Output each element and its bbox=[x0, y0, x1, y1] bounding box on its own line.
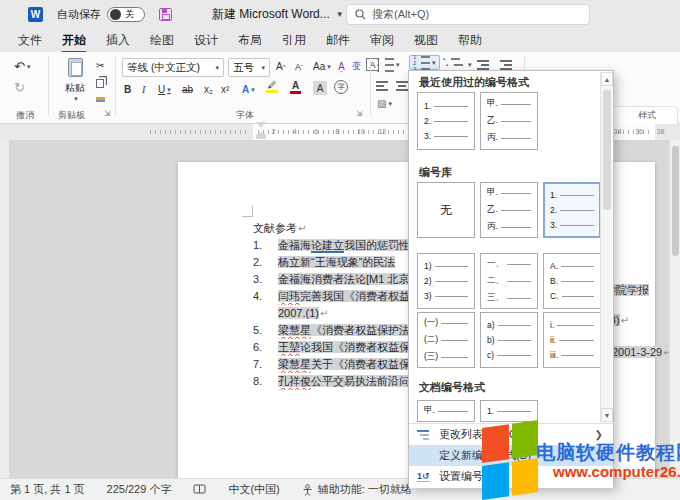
tab-设计[interactable]: 设计 bbox=[184, 29, 228, 52]
word-app-icon[interactable]: W bbox=[28, 7, 43, 22]
tab-帮助[interactable]: 帮助 bbox=[448, 29, 492, 52]
list-level-icon bbox=[417, 430, 433, 440]
subscript-button[interactable]: x₂ bbox=[204, 82, 213, 97]
numbering-option[interactable]: 1.2.3. bbox=[543, 182, 600, 238]
document-text-fragment[interactable]: 2001-3-29↵ bbox=[612, 346, 672, 358]
tab-布局[interactable]: 布局 bbox=[228, 29, 272, 52]
italic-button[interactable]: I bbox=[142, 82, 145, 97]
numbering-option[interactable]: 一、二、三、 bbox=[480, 253, 538, 309]
undo-group-label: 撤消 bbox=[16, 109, 34, 122]
scrollbar-thumb[interactable] bbox=[672, 146, 679, 256]
list-number: 5. bbox=[253, 322, 278, 339]
menu-set-value-icon[interactable]: 1↺设置编号值(V) bbox=[409, 466, 613, 487]
panel-scrollbar-thumb[interactable] bbox=[603, 90, 611, 210]
ruler-number: 12 bbox=[378, 128, 386, 135]
vertical-ruler[interactable] bbox=[0, 140, 10, 478]
align-left-button[interactable] bbox=[376, 78, 388, 93]
list-number: 2. bbox=[253, 254, 278, 271]
autosave-toggle[interactable]: 关 bbox=[107, 7, 145, 22]
font-color-button[interactable]: A bbox=[290, 80, 301, 95]
format-painter-button[interactable] bbox=[96, 94, 105, 109]
menu-list-level-icon[interactable]: 更改列表级别(C)❯ bbox=[409, 424, 613, 445]
numbering-option[interactable]: A.B.C. bbox=[543, 253, 600, 309]
word-count[interactable]: 225/229 个字 bbox=[107, 482, 172, 497]
underline-button[interactable]: U▾ bbox=[158, 82, 171, 97]
recent-formats-header: 最近使用过的编号格式 bbox=[419, 75, 529, 90]
numbering-option[interactable]: 1.2.3. bbox=[417, 92, 475, 150]
text-segment: 杨立新“王海现象”的民法 bbox=[278, 256, 395, 268]
panel-scrollbar[interactable]: ▲ ▼ bbox=[600, 72, 612, 422]
highlight-color-button[interactable]: 🖉 bbox=[266, 80, 278, 95]
chevron-down-icon[interactable]: ▼ bbox=[336, 10, 344, 19]
undo-button[interactable]: ↶▾ bbox=[14, 59, 30, 74]
change-case-button[interactable]: Aa▾ bbox=[313, 59, 331, 74]
tab-文件[interactable]: 文件 bbox=[8, 29, 52, 52]
tab-引用[interactable]: 引用 bbox=[272, 29, 316, 52]
character-scale-button[interactable]: 变 bbox=[352, 59, 361, 74]
menu-item-label: 设置编号值(V) bbox=[439, 469, 509, 484]
paste-label: 粘贴 bbox=[65, 81, 85, 95]
submenu-chevron-icon: ❯ bbox=[595, 429, 603, 440]
enclose-characters-button[interactable]: 字 bbox=[334, 80, 348, 94]
tab-开始[interactable]: 开始 bbox=[52, 29, 96, 52]
numbering-option[interactable]: 1. bbox=[480, 400, 538, 422]
text-effects-button[interactable]: A▾ bbox=[242, 82, 255, 97]
numbering-button[interactable]: 123▾ bbox=[409, 55, 440, 70]
cut-button[interactable]: ✂ bbox=[96, 58, 104, 73]
text-segment: 金福海 bbox=[278, 239, 311, 251]
ruler-number: 10 bbox=[357, 128, 365, 135]
search-input[interactable]: 搜索(Alt+Q) bbox=[346, 4, 590, 25]
text-segment: 论我国《消费者权益保 bbox=[300, 341, 410, 353]
ruler-number: 6 bbox=[314, 128, 318, 135]
accessibility-status[interactable]: 辅助功能: 一切就绪 bbox=[318, 482, 412, 497]
document-scrollbar[interactable] bbox=[669, 140, 680, 478]
first-line-indent-marker[interactable] bbox=[256, 122, 266, 133]
bold-button[interactable]: B bbox=[124, 82, 131, 97]
copy-button[interactable] bbox=[96, 76, 104, 91]
ruler-number: 34 bbox=[614, 128, 622, 135]
font-dialog-launcher[interactable]: ⇲ bbox=[356, 109, 363, 118]
document-title[interactable]: 新建 Microsoft Word... bbox=[212, 6, 330, 23]
text-segment: 完善我国《消费者权益 bbox=[300, 290, 410, 302]
group-divider bbox=[370, 56, 371, 116]
shrink-font-button[interactable]: Aˇ bbox=[295, 59, 303, 74]
strikethrough-button[interactable]: ab bbox=[182, 82, 193, 97]
character-shading-button[interactable]: A bbox=[313, 81, 327, 95]
numbering-option[interactable]: 甲.乙.丙. bbox=[480, 92, 538, 150]
numbering-option[interactable]: i.ii.iii. bbox=[543, 312, 600, 368]
numbering-option-none[interactable]: 无 bbox=[417, 182, 475, 238]
page-indicator[interactable]: 第 1 页, 共 1 页 bbox=[10, 482, 85, 497]
menu-item-label: 定义新编号格式(D) bbox=[439, 448, 531, 463]
redo-button[interactable]: ↻ bbox=[14, 80, 25, 95]
superscript-button[interactable]: x² bbox=[221, 82, 229, 97]
document-formats-header: 文档编号格式 bbox=[419, 380, 485, 395]
language-indicator[interactable]: 中文(中国) bbox=[228, 482, 279, 497]
grow-font-button[interactable]: A^ bbox=[276, 59, 286, 74]
tab-审阅[interactable]: 审阅 bbox=[360, 29, 404, 52]
tab-绘图[interactable]: 绘图 bbox=[140, 29, 184, 52]
bullets-button[interactable]: •••▾ bbox=[377, 57, 400, 72]
paste-button[interactable]: 粘贴 ▾ bbox=[58, 58, 92, 110]
proofing-icon[interactable] bbox=[193, 484, 206, 495]
tab-视图[interactable]: 视图 bbox=[404, 29, 448, 52]
scroll-up-icon[interactable]: ▲ bbox=[601, 72, 613, 86]
align-center-button[interactable] bbox=[396, 78, 408, 93]
tab-邮件[interactable]: 邮件 bbox=[316, 29, 360, 52]
menu-item[interactable]: 定义新编号格式(D) bbox=[409, 445, 613, 466]
scroll-down-icon[interactable]: ▼ bbox=[601, 408, 613, 422]
list-number: 6. bbox=[253, 339, 278, 356]
text-segment: 公平交易执法前沿问 bbox=[311, 375, 410, 387]
font-size-select[interactable]: 五号▾ bbox=[228, 58, 270, 77]
clipboard-dialog-launcher[interactable]: ⇲ bbox=[104, 109, 111, 118]
ruler-number: 2 bbox=[271, 128, 275, 135]
numbering-option[interactable]: 甲. bbox=[417, 400, 475, 422]
save-icon[interactable] bbox=[159, 8, 172, 21]
numbering-option[interactable]: (一)(二)(三) bbox=[417, 312, 475, 368]
numbering-option[interactable]: 1)2)3) bbox=[417, 253, 475, 309]
shading-button[interactable]: ▨▾ bbox=[377, 96, 392, 111]
numbering-option[interactable]: a)b)c) bbox=[480, 312, 538, 368]
phonetic-guide-button[interactable]: A̯ bbox=[338, 59, 345, 74]
tab-插入[interactable]: 插入 bbox=[96, 29, 140, 52]
numbering-option[interactable]: 甲.乙.丙. bbox=[480, 182, 538, 238]
font-name-select[interactable]: 等线 (中文正文)▾ bbox=[122, 58, 224, 77]
